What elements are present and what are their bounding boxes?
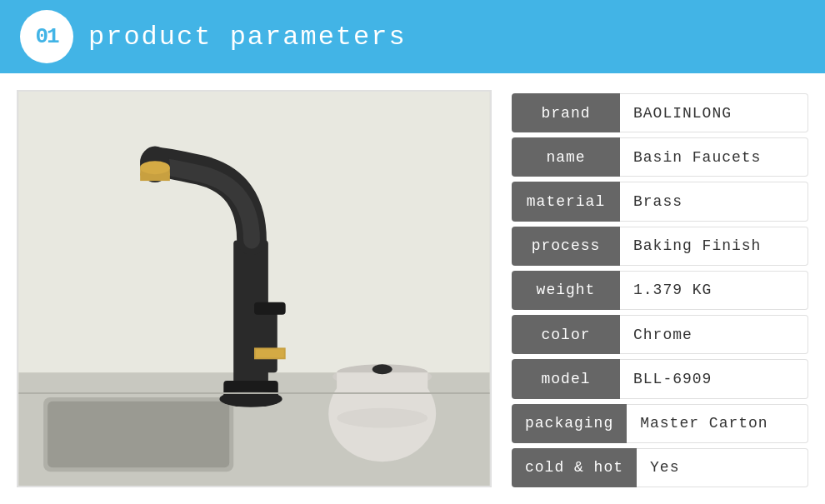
param-label-name: name [512,137,620,177]
param-value-cold-and-hot: Yes [637,448,808,487]
param-value-process: Baking Finish [620,227,808,266]
svg-rect-4 [48,402,229,467]
param-label-packaging: packaging [512,404,627,443]
svg-point-20 [337,408,428,428]
svg-rect-12 [262,307,278,372]
header-title: product parameters [88,22,407,52]
param-row: brandBAOLINLONG [512,93,808,132]
param-value-model: BLL-6909 [620,359,808,398]
param-label-process: process [512,227,620,266]
param-row: weight1.379 KG [512,271,808,310]
header: 01 product parameters [0,0,825,73]
param-value-color: Chrome [620,315,808,354]
param-row: modelBLL-6909 [512,359,808,398]
param-value-packaging: Master Carton [627,404,808,443]
param-row: packagingMaster Carton [512,404,808,443]
param-label-color: color [512,315,620,354]
svg-point-11 [140,161,170,174]
param-row: materialBrass [512,182,808,221]
svg-point-21 [372,364,392,374]
svg-rect-15 [256,349,284,357]
product-image-container [17,90,492,487]
svg-rect-13 [254,302,286,315]
param-label-material: material [512,182,620,221]
param-label-cold-and-hot: cold & hot [512,448,637,487]
param-label-model: model [512,359,620,398]
param-row: colorChrome [512,315,808,354]
params-table: brandBAOLINLONGnameBasin Faucetsmaterial… [512,90,808,487]
param-row: nameBasin Faucets [512,137,808,177]
product-image [18,92,490,486]
param-value-name: Basin Faucets [620,137,808,177]
param-value-material: Brass [620,182,808,221]
param-value-brand: BAOLINLONG [620,93,808,132]
param-row: processBaking Finish [512,227,808,266]
header-icon: 01 [20,10,73,63]
param-label-brand: brand [512,93,620,132]
param-value-weight: 1.379 KG [620,271,808,310]
param-row: cold & hotYes [512,448,808,487]
header-icon-text: 01 [35,24,58,49]
param-label-weight: weight [512,271,620,310]
content-area: brandBAOLINLONGnameBasin Faucetsmaterial… [0,73,825,504]
